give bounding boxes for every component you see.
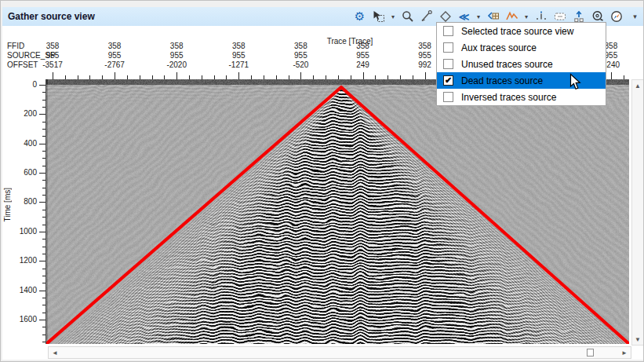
- trace-header-column: 358955249: [338, 42, 388, 70]
- vertical-scrollbar[interactable]: ▲ ▼: [631, 79, 644, 346]
- trace-header-column: 358955-3517: [27, 42, 78, 70]
- time-axis-title: Time [ms]: [3, 188, 12, 222]
- menu-item-label: Inversed traces source: [461, 92, 556, 103]
- time-tick-label: 1600: [13, 315, 37, 324]
- zoom-icon[interactable]: [400, 9, 415, 24]
- trace-pick-icon[interactable]: [419, 9, 434, 24]
- time-major-tick: [39, 85, 45, 86]
- trace-major-tick: [611, 72, 612, 79]
- time-tick-label: 400: [13, 139, 37, 148]
- menu-item-label: Unused traces source: [461, 59, 553, 70]
- trace-header-column: 358955-1271: [213, 42, 264, 70]
- menu-item-unused-traces-source[interactable]: Unused traces source: [437, 56, 606, 72]
- unchecked-checkbox[interactable]: [443, 92, 453, 102]
- horizontal-scroll-thumb[interactable]: [587, 349, 594, 357]
- time-tick-label: 200: [13, 109, 37, 118]
- selection-mode-icon[interactable]: [371, 9, 386, 24]
- horizontal-scrollbar[interactable]: ◄ ►: [48, 346, 631, 359]
- menu-item-label: Selected trace source view: [461, 26, 573, 37]
- checked-checkbox[interactable]: ✔: [443, 75, 453, 86]
- window-title: Gather source view: [2, 11, 95, 22]
- time-major-tick: [39, 173, 45, 174]
- scroll-right-button[interactable]: ►: [619, 347, 630, 358]
- time-major-tick: [39, 144, 45, 144]
- unchecked-checkbox[interactable]: [443, 59, 453, 69]
- time-major-tick: [39, 291, 45, 291]
- trace-major-tick: [238, 72, 239, 79]
- compass-icon[interactable]: [609, 9, 624, 24]
- gather-source-view-window: Gather source view ⚙▾≪▾▾▾ Trace [Trace] …: [0, 0, 644, 362]
- time-tick-label: 800: [13, 197, 37, 206]
- time-major-tick: [39, 202, 45, 203]
- time-major-tick: [39, 114, 45, 115]
- seismic-gather-canvas[interactable]: [45, 79, 629, 344]
- trace-major-tick: [115, 72, 115, 79]
- time-tick-label: 0: [13, 80, 37, 89]
- menu-item-label: Aux traces source: [461, 42, 537, 53]
- mouse-cursor: [569, 73, 583, 95]
- menu-item-selected-trace-source-view[interactable]: Selected trace source view: [437, 23, 606, 39]
- menu-item-label: Dead traces source: [461, 75, 543, 86]
- scroll-left-button[interactable]: ◄: [49, 347, 60, 358]
- menu-item-aux-traces-source[interactable]: Aux traces source: [437, 39, 606, 56]
- unchecked-checkbox[interactable]: [443, 42, 453, 53]
- scroll-up-button[interactable]: ▲: [632, 80, 643, 91]
- settings-gear-icon[interactable]: ⚙: [352, 9, 367, 24]
- trace-major-tick: [53, 72, 53, 79]
- time-tick-label: 1200: [13, 256, 37, 265]
- unchecked-checkbox[interactable]: [443, 26, 453, 36]
- time-tick-label: 1000: [13, 227, 37, 236]
- trace-major-tick: [363, 72, 364, 79]
- trace-major-tick: [425, 72, 426, 79]
- trace-header-column: 358955-2767: [89, 42, 140, 70]
- time-tick-label: 600: [13, 168, 37, 177]
- dropdown-caret-icon[interactable]: ▾: [523, 13, 529, 20]
- time-major-tick: [39, 320, 45, 320]
- trace-major-tick: [300, 72, 301, 79]
- time-major-tick: [39, 232, 45, 232]
- more-options-caret-icon[interactable]: ▾: [628, 9, 642, 24]
- trace-header-column: 358955-2020: [151, 42, 202, 70]
- trace-major-tick: [176, 72, 177, 79]
- header-row-label-ffid: FFID: [7, 42, 24, 50]
- trace-header-column: 358955-520: [275, 42, 326, 70]
- scroll-down-button[interactable]: ▼: [632, 334, 643, 345]
- time-major-tick: [39, 261, 45, 261]
- time-tick-label: 1400: [13, 286, 37, 294]
- dropdown-caret-icon[interactable]: ▾: [390, 13, 396, 20]
- dropdown-caret-icon[interactable]: ▾: [475, 13, 482, 20]
